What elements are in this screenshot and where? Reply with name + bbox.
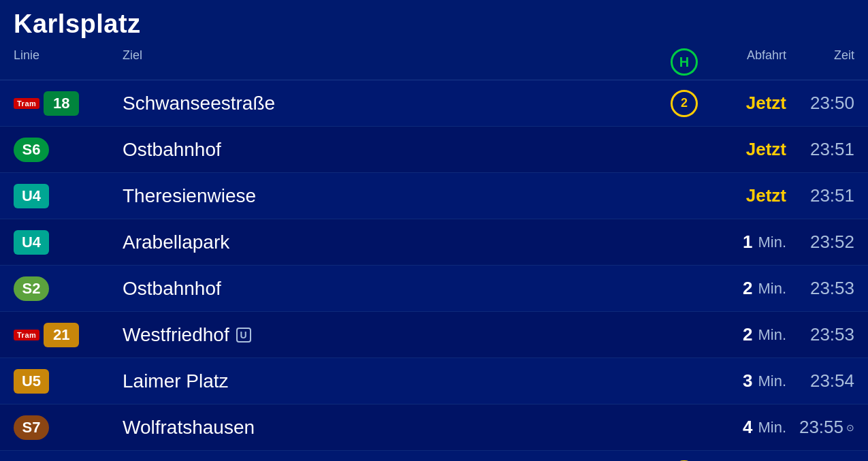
- line-number: S6: [14, 138, 49, 162]
- destination-cell: Wolfratshausen: [123, 417, 664, 439]
- min-label: Min.: [758, 419, 786, 436]
- zeit-value: 23:51: [810, 185, 854, 206]
- table-row: U5Laimer Platz3Min.23:54: [0, 358, 868, 404]
- destination-text: Theresienwiese: [123, 185, 256, 207]
- jetzt-label: Jetzt: [746, 139, 786, 160]
- rows-container: Tram18Schwanseestraße2Jetzt23:50S6Ostbah…: [0, 80, 868, 461]
- h-stop-badge: H: [671, 48, 698, 76]
- zeit-value: 23:52: [810, 232, 854, 253]
- destination-cell: Arabellapark: [123, 232, 664, 253]
- line-number: U4: [14, 184, 49, 208]
- abfahrt-cell: Jetzt: [705, 139, 786, 160]
- line-cell: S2: [14, 276, 123, 301]
- destination-cell: Laimer Platz: [123, 370, 664, 392]
- header-indicator: H: [664, 48, 705, 76]
- destination-text: Schwanseestraße: [123, 93, 275, 114]
- line-number: U4: [14, 230, 49, 255]
- station-title: Karlsplatz: [14, 10, 854, 39]
- abfahrt-cell: 3Min.: [705, 370, 786, 392]
- destination-text: Ostbahnhof: [123, 278, 221, 300]
- zeit-cell: 23:55⊙: [786, 417, 854, 438]
- zeit-cell: 23:51: [786, 139, 854, 160]
- line-cell: U4: [14, 184, 123, 208]
- line-cell: U5: [14, 369, 123, 394]
- line-number: U5: [14, 369, 49, 394]
- destination-text: Wolfratshausen: [123, 417, 255, 439]
- min-label: Min.: [758, 372, 786, 390]
- table-row: S2Ostbahnhof2Min.23:53: [0, 266, 868, 312]
- abfahrt-cell: 1Min.: [705, 232, 786, 253]
- destination-cell: Ostbahnhof: [123, 278, 664, 300]
- header-linie: Linie: [14, 48, 123, 76]
- u-badge: U: [236, 328, 251, 343]
- line-cell: U4: [14, 230, 123, 255]
- min-label: Min.: [758, 280, 786, 298]
- tram-badge: Tram: [14, 98, 39, 109]
- zeit-cell: 23:54: [786, 370, 854, 392]
- abfahrt-cell: Jetzt: [705, 93, 786, 114]
- header-abfahrt: Abfahrt: [705, 48, 786, 76]
- minutes-number: 4: [743, 417, 752, 438]
- jetzt-label: Jetzt: [746, 185, 786, 206]
- table-row: S7Wolfratshausen4Min.23:55⊙: [0, 404, 868, 451]
- zeit-cell: 23:50: [786, 93, 854, 114]
- zeit-value: 23:55: [799, 417, 843, 438]
- destination-text: Westfriedhof: [123, 324, 229, 346]
- abfahrt-cell: 2Min.: [705, 278, 786, 299]
- minutes-number: 1: [743, 232, 752, 253]
- minutes-number: 2: [743, 324, 752, 345]
- minutes-number: 2: [743, 278, 752, 299]
- line-cell: Tram18: [14, 91, 123, 116]
- destination-cell: Schwanseestraße: [123, 93, 664, 114]
- zeit-value: 23:53: [810, 278, 854, 299]
- zeit-cell: 23:53: [786, 324, 854, 345]
- line-number: 21: [44, 323, 79, 347]
- title-bar: Karlsplatz: [0, 0, 868, 44]
- table-row: Tram16Effnerplatzvia LehelU44Min.23:55: [0, 451, 868, 461]
- min-label: Min.: [758, 234, 786, 251]
- line-cell: S7: [14, 415, 123, 440]
- destination-text: Arabellapark: [123, 232, 229, 253]
- zeit-cell: 23:52: [786, 232, 854, 253]
- zeit-value: 23:54: [810, 370, 854, 392]
- zeit-cell: 23:53: [786, 278, 854, 299]
- header-zeit: Zeit: [786, 48, 854, 76]
- circle-indicator: 2: [671, 90, 698, 117]
- departure-board: Karlsplatz Linie Ziel H Abfahrt Zeit Tra…: [0, 0, 868, 461]
- abfahrt-cell: Jetzt: [705, 185, 786, 206]
- clock-icon: ⊙: [846, 422, 854, 433]
- table-row: Tram18Schwanseestraße2Jetzt23:50: [0, 80, 868, 127]
- abfahrt-cell: 4Min.: [705, 417, 786, 438]
- line-number: S7: [14, 415, 49, 440]
- destination-text: Ostbahnhof: [123, 139, 221, 161]
- destination-cell: WestfriedhofU: [123, 324, 664, 346]
- minutes-number: 3: [743, 370, 752, 392]
- table-row: S6OstbahnhofJetzt23:51: [0, 127, 868, 173]
- table-row: U4Arabellapark1Min.23:52: [0, 219, 868, 266]
- zeit-value: 23:50: [810, 93, 854, 114]
- line-cell: S6: [14, 138, 123, 162]
- table-row: Tram21WestfriedhofU2Min.23:53: [0, 312, 868, 358]
- destination-cell: Ostbahnhof: [123, 139, 664, 161]
- destination-text: Laimer Platz: [123, 370, 229, 392]
- jetzt-label: Jetzt: [746, 93, 786, 114]
- line-number: S2: [14, 276, 49, 301]
- line-cell: Tram21: [14, 323, 123, 347]
- table-header: Linie Ziel H Abfahrt Zeit: [0, 44, 868, 80]
- min-label: Min.: [758, 326, 786, 344]
- indicator-cell: 2: [664, 90, 705, 117]
- tram-badge: Tram: [14, 330, 39, 340]
- header-ziel: Ziel: [123, 48, 664, 76]
- zeit-value: 23:51: [810, 139, 854, 160]
- destination-cell: Theresienwiese: [123, 185, 664, 207]
- table-row: U4TheresienwieseJetzt23:51: [0, 173, 868, 219]
- zeit-cell: 23:51: [786, 185, 854, 206]
- line-number: 18: [44, 91, 79, 116]
- abfahrt-cell: 2Min.: [705, 324, 786, 345]
- zeit-value: 23:53: [810, 324, 854, 345]
